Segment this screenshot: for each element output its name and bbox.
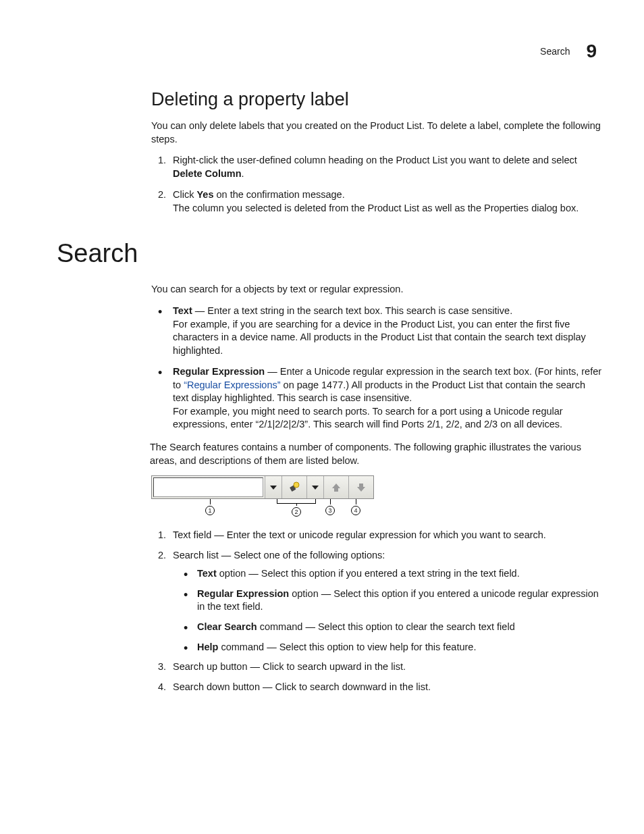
svg-point-2 — [294, 482, 299, 488]
callout-4: 4 — [351, 499, 360, 515]
flashlight-icon — [288, 481, 301, 494]
search-tool-button[interactable] — [281, 476, 306, 498]
regex-label: Regular Expression — [173, 366, 265, 377]
search-text-field[interactable] — [153, 477, 263, 497]
opt-clear-label: Clear Search — [197, 621, 257, 632]
opt-regex: Regular Expression option — Select this … — [194, 588, 603, 614]
components-note: The Search features contains a number of… — [150, 441, 603, 467]
svg-marker-5 — [357, 484, 365, 492]
intro-paragraph: You can only delete labels that you crea… — [151, 120, 603, 146]
callout-2: 2 — [292, 503, 301, 517]
text-desc: — Enter a text string in the search text… — [192, 305, 512, 316]
chevron-down-icon — [270, 486, 277, 490]
step-2-text-a: Click — [173, 189, 196, 200]
step-2: Click Yes on the confirmation message. T… — [169, 188, 603, 215]
header-section-name: Search — [540, 46, 570, 57]
chapter-number: 9 — [586, 41, 597, 62]
opt-text-desc: option — Select this option if you enter… — [217, 568, 520, 579]
steps-list: Right-click the user-defined column head… — [151, 154, 603, 215]
bullet-text-search: Text — Enter a text string in the search… — [169, 305, 603, 357]
regex-link[interactable]: “Regular Expressions” — [184, 380, 280, 390]
heading-search: Search — [57, 239, 603, 268]
svg-marker-3 — [312, 486, 319, 490]
svg-marker-4 — [332, 484, 340, 492]
opt-regex-label: Regular Expression — [197, 588, 289, 599]
delete-column-label: Delete Column — [173, 168, 242, 179]
callout-3-num: 3 — [325, 506, 335, 515]
search-toolbar-figure: 1 2 3 4 — [151, 475, 603, 517]
toolbar-description-list: Text field — Enter the text or unicode r… — [151, 529, 603, 694]
svg-marker-0 — [270, 486, 277, 490]
opt-clear: Clear Search command — Select this optio… — [194, 621, 603, 634]
chevron-down-icon — [312, 486, 319, 490]
opt-text: Text option — Select this option if you … — [194, 567, 603, 581]
heading-deleting-property-label: Deleting a property label — [57, 89, 603, 110]
callout-4-num: 4 — [351, 506, 360, 515]
toolbar-item-4: Search down button — Click to search dow… — [169, 681, 603, 694]
search-intro: You can search for a objects by text or … — [151, 283, 603, 296]
arrow-up-icon — [331, 482, 342, 493]
opt-text-label: Text — [197, 568, 217, 579]
page-header: Search 9 — [57, 41, 603, 62]
callout-1-num: 1 — [205, 506, 215, 515]
search-options-dropdown[interactable] — [306, 476, 323, 498]
toolbar-item-2: Search list — Select one of the followin… — [169, 549, 603, 654]
callout-3: 3 — [325, 499, 335, 515]
search-text-dropdown[interactable] — [265, 476, 281, 498]
callout-1: 1 — [205, 499, 215, 515]
yes-label: Yes — [196, 189, 213, 200]
step-2-text-c: on the confirmation message. — [213, 189, 344, 200]
opt-clear-desc: command — Select this option to clear th… — [257, 621, 515, 632]
search-down-button[interactable] — [348, 476, 373, 498]
opt-help: Help command — Select this option to vie… — [194, 641, 603, 654]
step-2-note: The column you selected is deleted from … — [173, 202, 603, 215]
toolbar-callouts: 1 2 3 4 — [151, 499, 374, 517]
search-list-options: Text option — Select this option if you … — [173, 567, 603, 654]
search-mode-list: Text — Enter a text string in the search… — [151, 305, 603, 432]
toolbar-item-2-lead: Search list — Select one of the followin… — [173, 550, 385, 561]
text-example: For example, if you are searching for a … — [173, 318, 603, 358]
opt-help-desc: command — Select this option to view hel… — [218, 642, 476, 652]
step-1-text-a: Right-click the user-defined column head… — [173, 155, 577, 165]
step-1: Right-click the user-defined column head… — [169, 154, 603, 180]
text-label: Text — [173, 305, 192, 316]
step-1-text-c: . — [242, 168, 244, 179]
toolbar-item-1: Text field — Enter the text or unicode r… — [169, 529, 603, 542]
regex-example: For example, you might need to search po… — [173, 405, 603, 432]
search-up-button[interactable] — [323, 476, 348, 498]
callout-2-num: 2 — [292, 507, 301, 517]
toolbar-item-3: Search up button — Click to search upwar… — [169, 660, 603, 674]
search-toolbar — [151, 475, 374, 499]
arrow-down-icon — [356, 482, 367, 493]
bullet-regex-search: Regular Expression — Enter a Unicode reg… — [169, 365, 603, 432]
opt-help-label: Help — [197, 642, 218, 652]
